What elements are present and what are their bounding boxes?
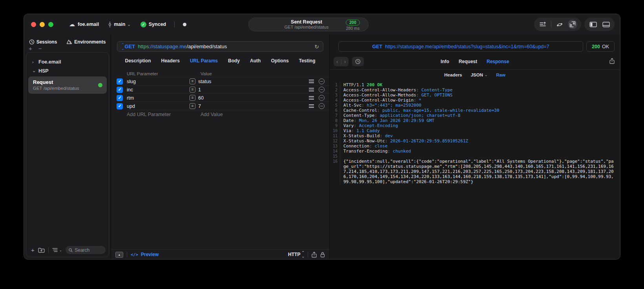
reorder-handle-icon[interactable] — [309, 88, 314, 91]
app-window: ☁ foe.email main ⌄ ✓ Synced Sent Request… — [24, 14, 620, 260]
line-number: 13 — [330, 144, 340, 149]
line-content: Via: 1.1 Caddy — [343, 128, 380, 133]
param-value-field[interactable]: 7 — [198, 104, 309, 109]
import-request-button[interactable] — [568, 20, 577, 29]
add-session-button[interactable]: + — [29, 46, 32, 51]
remove-param-icon[interactable] — [319, 78, 325, 84]
add-param-placeholder[interactable]: Add URL Parameter — [127, 112, 190, 117]
param-checkbox[interactable]: ✓ — [117, 78, 123, 85]
subtab-json[interactable]: JSON⌄ — [471, 73, 487, 77]
tab-url-params[interactable]: URL Params — [190, 58, 218, 64]
tab-request[interactable]: Request — [459, 59, 477, 64]
tab-environments[interactable]: Environments — [66, 39, 106, 45]
response-history-button[interactable] — [352, 57, 364, 66]
line-segment: Access-Control-Allow-Headers — [343, 87, 416, 93]
sent-request-url[interactable]: GET https://statuspage.me/api/embed/stat… — [338, 41, 583, 52]
add-value-placeholder[interactable]: Add Value — [201, 112, 223, 117]
add-request-button[interactable]: + — [31, 247, 35, 253]
param-name-field[interactable]: inc — [127, 87, 190, 93]
remove-param-icon[interactable] — [319, 95, 325, 101]
reorder-handle-icon[interactable] — [309, 96, 314, 100]
subtab-raw[interactable]: Raw — [496, 73, 505, 77]
request-tabs: DescriptionHeadersURL ParamsBodyAuthOpti… — [111, 58, 329, 64]
request-status-capsule[interactable]: Sent Request GET /api/embed/status 200 2… — [248, 18, 369, 31]
footer-right-group: HTTP ⌃⌄ — [288, 251, 325, 258]
sidebar-search[interactable] — [66, 246, 106, 254]
toggle-bottom-panel-button[interactable] — [601, 20, 611, 29]
resend-request-icon[interactable]: ↻ — [314, 44, 319, 50]
expand-panel-button[interactable]: ▲ — [115, 252, 123, 258]
close-window-button[interactable] — [31, 22, 36, 27]
line-segment: 2026-01-26T20:29:59.859105261Z — [390, 138, 468, 144]
tab-body[interactable]: Body — [228, 58, 240, 64]
tab-info[interactable]: Info — [441, 59, 449, 64]
param-value-field[interactable]: 60 — [198, 95, 309, 101]
param-checkbox[interactable]: ✓ — [117, 95, 123, 101]
tab-auth[interactable]: Auth — [250, 58, 261, 64]
param-row: ✓upd=7 — [111, 102, 329, 110]
footer-divider — [308, 252, 308, 258]
remove-session-button[interactable]: − — [38, 46, 42, 51]
tab-response[interactable]: Response — [487, 59, 509, 64]
protocol-selector[interactable]: HTTP ⌃⌄ — [288, 251, 304, 258]
tab-environments-label: Environments — [74, 39, 106, 45]
request-url-bar[interactable]: ⌃⌄ GET https://statuspage.me/api/embed/s… — [117, 41, 323, 52]
clock-icon — [29, 39, 35, 45]
sort-list-icon[interactable] — [52, 248, 58, 252]
tree-item-hsp[interactable]: ⌄ HSP — [26, 66, 109, 75]
zoom-window-button[interactable] — [48, 22, 53, 27]
param-checkbox[interactable]: ✓ — [117, 103, 123, 109]
lock-icon[interactable] — [320, 252, 325, 258]
sync-status[interactable]: ✓ Synced — [140, 22, 166, 27]
branch-selector[interactable]: main ⌄ — [108, 22, 131, 27]
new-folder-icon[interactable] — [38, 247, 45, 253]
param-name-field[interactable]: upd — [127, 104, 190, 109]
environments-icon — [66, 39, 72, 45]
previous-response-button[interactable]: ‹ — [336, 58, 338, 65]
request-log-button[interactable] — [538, 20, 547, 29]
remove-param-icon[interactable] — [319, 87, 325, 93]
search-input[interactable] — [75, 247, 102, 253]
tab-sessions[interactable]: Sessions — [29, 39, 57, 45]
tab-description[interactable]: Description — [125, 58, 151, 64]
tab-headers[interactable]: Headers — [161, 58, 180, 64]
sync-branches-button[interactable] — [555, 20, 564, 29]
code-icon: </> — [131, 252, 138, 257]
history-nav-group: ‹ › — [334, 57, 348, 66]
param-value-field[interactable]: status — [198, 79, 309, 84]
param-name-field[interactable]: slug — [127, 79, 190, 84]
method-dropdown-icon[interactable]: ⌃⌄ — [121, 43, 124, 51]
param-checkbox[interactable]: ✓ — [117, 87, 123, 93]
minimize-window-button[interactable] — [40, 22, 45, 27]
request-method[interactable]: GET — [125, 44, 135, 49]
add-param-row[interactable]: Add URL Parameter Add Value — [111, 110, 329, 119]
param-value-field[interactable]: 1 — [198, 87, 309, 93]
line-segment: Date — [343, 118, 354, 123]
chevron-down-icon[interactable]: ⌄ — [32, 68, 35, 73]
history-clock-icon — [355, 59, 361, 64]
session-add-remove: + − — [24, 45, 111, 51]
tree-item-foe-email[interactable]: › Foe.email — [26, 57, 109, 66]
tab-options[interactable]: Options — [271, 58, 288, 64]
request-list-item[interactable]: Request GET /api/embed/status — [28, 76, 107, 94]
preview-button[interactable]: Preview — [141, 252, 159, 257]
next-response-button[interactable]: › — [344, 58, 346, 65]
tab-testing[interactable]: Testing — [299, 58, 316, 64]
chevron-down-icon[interactable]: ⌄ — [59, 248, 62, 252]
share-icon[interactable] — [312, 252, 317, 258]
reorder-handle-icon[interactable] — [309, 104, 314, 108]
sent-request-url-text: https://statuspage.me/api/embed/status?s… — [385, 44, 549, 49]
remove-param-icon[interactable] — [319, 103, 325, 109]
toggle-sidebar-button[interactable] — [588, 20, 598, 29]
response-raw-view[interactable]: 1HTTP/1.1 200 OK2Access-Control-Allow-He… — [330, 80, 620, 259]
reorder-handle-icon[interactable] — [309, 80, 314, 83]
param-name-field[interactable]: rtm — [127, 95, 190, 101]
chevron-right-icon[interactable]: › — [32, 60, 35, 64]
response-status-code: 200 — [592, 44, 600, 49]
line-number: 3 — [330, 93, 340, 98]
line-segment: application/json; charset=utf-8 — [380, 113, 460, 118]
tree-item-label: Foe.email — [38, 59, 61, 65]
export-response-button[interactable] — [609, 58, 615, 65]
response-line: 6Cache-Control: public, max-age=15, stal… — [330, 108, 616, 113]
subtab-headers[interactable]: Headers — [444, 73, 462, 77]
